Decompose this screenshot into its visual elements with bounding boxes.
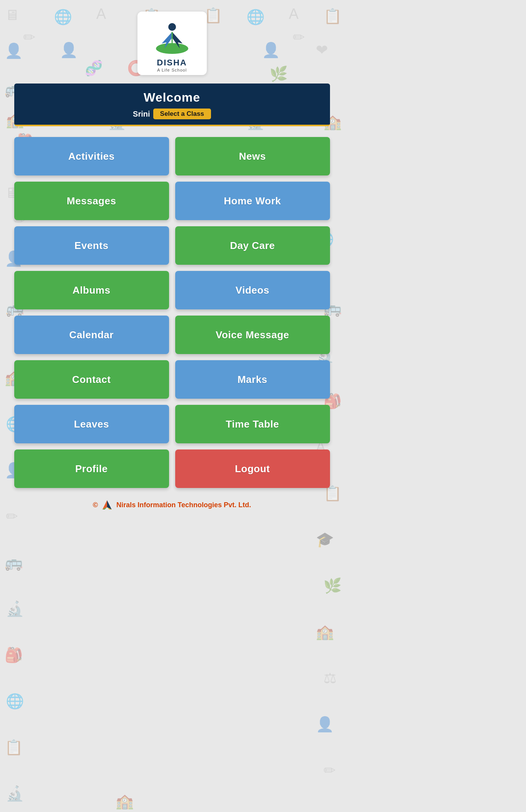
menu-button-albums[interactable]: Albums bbox=[14, 271, 169, 309]
welcome-banner: Welcome Srini Select a Class bbox=[14, 84, 330, 126]
welcome-title: Welcome bbox=[22, 90, 322, 105]
logo-brand-text: DISHA bbox=[157, 58, 187, 68]
menu-button-news[interactable]: News bbox=[175, 137, 330, 175]
svg-marker-5 bbox=[102, 500, 107, 510]
svg-point-1 bbox=[168, 23, 176, 31]
menu-button-homework[interactable]: Home Work bbox=[175, 182, 330, 220]
logo-sub-text: A Life School bbox=[157, 68, 187, 72]
nirals-logo bbox=[101, 499, 113, 511]
menu-button-activities[interactable]: Activities bbox=[14, 137, 169, 175]
footer: © Nirals Information Technologies Pvt. L… bbox=[93, 499, 251, 511]
menu-button-videos[interactable]: Videos bbox=[175, 271, 330, 309]
menu-button-leaves[interactable]: Leaves bbox=[14, 405, 169, 443]
menu-button-contact[interactable]: Contact bbox=[14, 360, 169, 399]
logo-svg bbox=[151, 15, 193, 57]
select-class-button[interactable]: Select a Class bbox=[153, 109, 211, 119]
menu-button-calendar[interactable]: Calendar bbox=[14, 316, 169, 354]
menu-button-logout[interactable]: Logout bbox=[175, 449, 330, 488]
menu-button-daycare[interactable]: Day Care bbox=[175, 226, 330, 265]
menu-button-events[interactable]: Events bbox=[14, 226, 169, 265]
logo-container: DISHA A Life School bbox=[137, 12, 207, 75]
menu-grid: ActivitiesNewsMessagesHome WorkEventsDay… bbox=[14, 137, 330, 488]
menu-button-messages[interactable]: Messages bbox=[14, 182, 169, 220]
menu-button-timetable[interactable]: Time Table bbox=[175, 405, 330, 443]
menu-button-marks[interactable]: Marks bbox=[175, 360, 330, 399]
copyright-symbol: © bbox=[93, 501, 98, 509]
user-name: Srini bbox=[133, 110, 150, 119]
welcome-subtitle: Srini Select a Class bbox=[22, 109, 322, 119]
company-name: Nirals Information Technologies Pvt. Ltd… bbox=[116, 501, 251, 509]
menu-button-profile[interactable]: Profile bbox=[14, 449, 169, 488]
menu-button-voicemessage[interactable]: Voice Message bbox=[175, 316, 330, 354]
svg-marker-6 bbox=[107, 500, 112, 510]
